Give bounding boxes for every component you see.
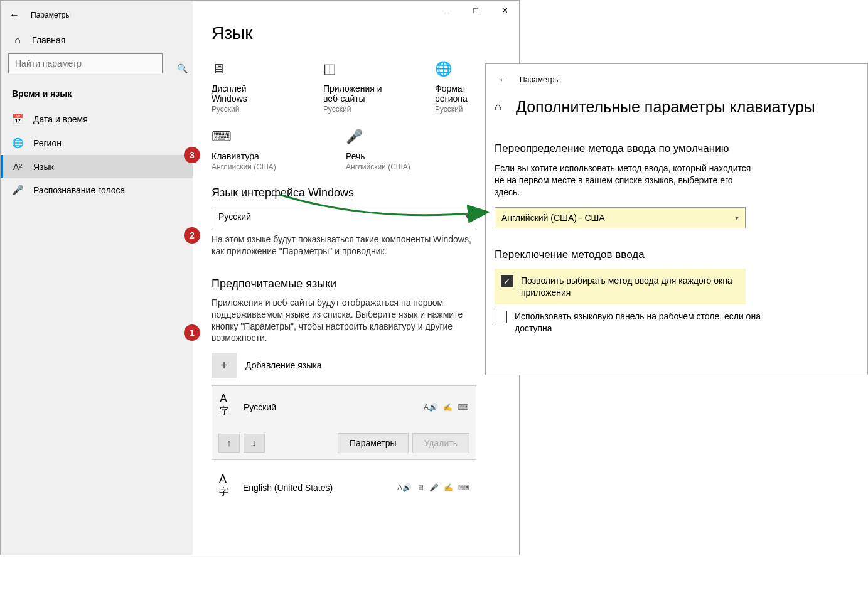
- chevron-down-icon: ▾: [735, 213, 739, 222]
- handwriting-icon: ✍: [443, 403, 453, 412]
- preferred-languages-heading: Предпочитаемые языки: [212, 277, 500, 291]
- home-label: Главная: [32, 35, 65, 45]
- keyboard-small-icon: ⌨: [458, 403, 468, 412]
- keyboard-small-icon: ⌨: [458, 483, 469, 492]
- language-row-english[interactable]: A字 English (United States) A🔊 🖥 🎤 ✍ ⌨: [212, 466, 476, 508]
- content: — □ ✕ Язык 🖥 Дисплей Windows Русский ◫ П…: [193, 1, 519, 555]
- window-icon: ◫: [323, 61, 388, 77]
- override-method-select[interactable]: Английский (США) - США ▾: [495, 207, 746, 228]
- tile-row-2: ⌨ Клавиатура Английский (США) 🎤 Речь Анг…: [212, 129, 500, 171]
- override-method-desc: Если вы хотите использовать метод ввода,…: [495, 163, 758, 198]
- nav-region[interactable]: 🌐 Регион: [1, 131, 193, 155]
- mic-small-icon: 🎤: [429, 483, 439, 492]
- popup-window-title: Параметры: [520, 75, 560, 84]
- nav-speech[interactable]: 🎤 Распознавание голоса: [1, 178, 193, 202]
- interface-language-desc: На этом языке будут показываться такие к…: [212, 233, 481, 257]
- lang-glyph-icon: A字: [220, 392, 236, 422]
- section-label: Время и язык: [1, 83, 193, 107]
- mic-icon: 🎤: [346, 129, 434, 145]
- checkbox-checked[interactable]: ✓: [501, 275, 513, 287]
- language-bar-checkbox-row[interactable]: Использовать языковую панель на рабочем …: [495, 304, 764, 341]
- search-container: 🔍: [1, 53, 193, 83]
- language-icon: A²: [12, 161, 23, 172]
- annotation-badge-2: 2: [184, 227, 200, 244]
- handwriting-icon: ✍: [444, 483, 453, 492]
- tts-icon: A🔊: [424, 403, 438, 412]
- language-delete-button[interactable]: Удалить: [412, 433, 469, 453]
- nav-datetime[interactable]: 📅 Дата и время: [1, 107, 193, 131]
- lang-glyph-icon: A字: [219, 473, 235, 502]
- maximize-button[interactable]: □: [461, 1, 490, 19]
- tile-display[interactable]: 🖥 Дисплей Windows Русский: [212, 61, 277, 114]
- monitor-icon: 🖥: [212, 61, 277, 77]
- tile-speech[interactable]: 🎤 Речь Английский (США): [346, 129, 434, 171]
- tile-apps[interactable]: ◫ Приложения и веб-сайты Русский: [323, 61, 388, 114]
- display-icon: 🖥: [417, 483, 424, 492]
- lang-feature-icons: A🔊 ✍ ⌨: [424, 403, 468, 412]
- keyboard-advanced-popup: ← Параметры ⌂ Дополнительные параметры к…: [485, 63, 868, 375]
- calendar-icon: 📅: [12, 114, 23, 125]
- minimize-button[interactable]: —: [432, 1, 461, 19]
- tile-row-1: 🖥 Дисплей Windows Русский ◫ Приложения и…: [212, 61, 500, 114]
- window-controls: — □ ✕: [432, 1, 519, 19]
- language-options-button[interactable]: Параметры: [338, 433, 409, 453]
- home-icon: ⌂: [495, 100, 508, 114]
- popup-back-button[interactable]: ←: [495, 71, 512, 88]
- annotation-badge-3: 3: [184, 147, 200, 163]
- override-method-heading: Переопределение метода ввода по умолчани…: [495, 142, 859, 155]
- checkbox-unchecked[interactable]: [495, 311, 507, 323]
- home-nav[interactable]: ⌂ Главная: [1, 24, 193, 53]
- settings-main-window: ← Параметры ⌂ Главная 🔍 Время и язык 📅 Д…: [0, 0, 520, 555]
- language-card-russian[interactable]: A字 Русский A🔊 ✍ ⌨ ↑ ↓ Параметры Удалить: [212, 385, 476, 460]
- globe-icon: 🌐: [12, 137, 23, 149]
- search-input[interactable]: [8, 53, 163, 73]
- interface-language-select[interactable]: Русский ▾: [212, 206, 476, 227]
- search-icon: 🔍: [177, 63, 188, 73]
- tile-keyboard[interactable]: ⌨ Клавиатура Английский (США): [212, 129, 299, 171]
- sidebar: ← Параметры ⌂ Главная 🔍 Время и язык 📅 Д…: [1, 1, 193, 555]
- mic-icon: 🎤: [12, 185, 23, 196]
- tts-icon: A🔊: [397, 483, 412, 492]
- per-window-input-checkbox-row[interactable]: ✓ Позволить выбирать метод ввода для каж…: [495, 269, 746, 305]
- titlebar: ← Параметры: [1, 6, 193, 24]
- window-title: Параметры: [31, 11, 71, 19]
- move-up-button[interactable]: ↑: [218, 434, 240, 453]
- popup-page-title: Дополнительные параметры клавиатуры: [516, 98, 815, 116]
- keyboard-icon: ⌨: [212, 129, 299, 145]
- chevron-down-icon: ▾: [466, 212, 469, 221]
- move-down-button[interactable]: ↓: [244, 434, 265, 453]
- switch-methods-heading: Переключение методов ввода: [495, 249, 859, 261]
- home-icon: ⌂: [12, 35, 23, 46]
- add-language-button[interactable]: + Добавление языка: [212, 353, 500, 378]
- nav-language[interactable]: A² Язык: [1, 155, 193, 178]
- interface-language-heading: Язык интерфейса Windows: [212, 186, 500, 200]
- annotation-badge-1: 1: [184, 324, 200, 341]
- close-button[interactable]: ✕: [490, 1, 519, 19]
- page-title: Язык: [212, 23, 500, 43]
- preferred-languages-desc: Приложения и веб-сайты будут отображатьс…: [212, 297, 481, 345]
- lang-feature-icons: A🔊 🖥 🎤 ✍ ⌨: [397, 483, 469, 492]
- back-button[interactable]: ←: [6, 6, 23, 24]
- plus-icon: +: [212, 353, 237, 378]
- popup-titlebar: ← Параметры: [495, 70, 859, 89]
- popup-title-row: ⌂ Дополнительные параметры клавиатуры: [495, 98, 859, 116]
